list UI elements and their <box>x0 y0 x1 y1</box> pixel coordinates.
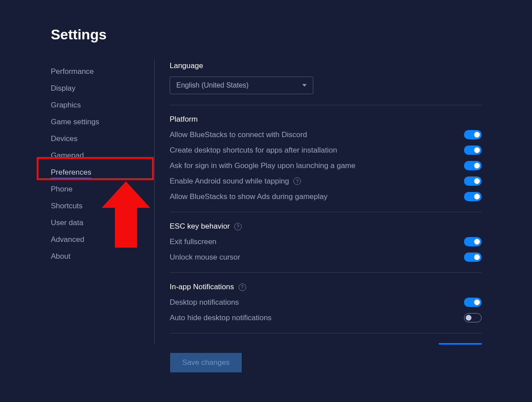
toggle-knob <box>474 147 480 153</box>
setting-label: Unlock mouse cursor <box>170 253 240 262</box>
toggle-switch[interactable] <box>464 237 482 246</box>
sidebar-item-label: Game settings <box>51 118 99 126</box>
divider <box>170 272 482 273</box>
sidebar-item-label: User data <box>51 218 84 227</box>
setting-row: Enable Android sound while tapping? <box>170 176 482 186</box>
main-panel: Language English (United States) Platfor… <box>155 60 482 345</box>
toggle-switch[interactable] <box>464 130 482 139</box>
sidebar-item-label: Display <box>51 84 76 92</box>
setting-label: Allow BlueStacks to show Ads during game… <box>170 192 327 201</box>
setting-row: Desktop notifications <box>170 298 482 307</box>
language-label: Language <box>170 61 482 70</box>
toggle-switch[interactable] <box>464 253 482 262</box>
setting-row: Unlock mouse cursor <box>170 253 482 262</box>
divider <box>170 212 482 212</box>
sidebar-item-user-data[interactable]: User data <box>51 214 154 231</box>
sidebar-item-label: Devices <box>51 134 77 143</box>
sidebar-item-game-settings[interactable]: Game settings <box>51 114 154 130</box>
setting-label: Enable Android sound while tapping? <box>170 177 301 186</box>
inapp-label: In-app Notifications ? <box>170 283 482 291</box>
language-selected: English (United States) <box>176 81 249 89</box>
toggle-switch[interactable] <box>464 313 482 322</box>
setting-row: Allow BlueStacks to show Ads during game… <box>170 192 482 201</box>
setting-label: Exit fullscreen <box>170 237 217 246</box>
help-icon[interactable]: ? <box>234 223 242 230</box>
toggle-switch[interactable] <box>464 298 482 307</box>
manage-button[interactable]: Manage ↗ <box>439 343 482 345</box>
toggle-knob <box>474 178 480 184</box>
toggle-knob <box>466 315 471 321</box>
setting-row: Auto hide desktop notifications <box>170 313 482 322</box>
setting-label: Allow BlueStacks to connect with Discord <box>170 130 307 139</box>
divider <box>170 333 482 333</box>
toggle-knob <box>474 254 480 260</box>
sidebar-item-label: Preferences <box>51 168 91 179</box>
setting-row: Exit fullscreen <box>170 237 482 246</box>
toggle-knob <box>474 132 480 138</box>
platform-label: Platform <box>170 115 482 124</box>
sidebar-item-display[interactable]: Display <box>51 80 154 97</box>
save-changes-button[interactable]: Save changes <box>170 353 242 372</box>
sidebar-item-graphics[interactable]: Graphics <box>51 97 154 114</box>
setting-label: Ask for sign in with Google Play upon la… <box>170 161 356 170</box>
toggle-switch[interactable] <box>464 176 482 186</box>
sidebar-item-label: Performance <box>51 67 94 76</box>
setting-row: Ask for sign in with Google Play upon la… <box>170 161 482 170</box>
sidebar-item-label: Advanced <box>51 235 84 244</box>
language-dropdown[interactable]: English (United States) <box>170 77 313 94</box>
setting-row: Allow BlueStacks to connect with Discord <box>170 130 482 139</box>
toggle-knob <box>474 163 480 168</box>
setting-label: Desktop notifications <box>170 298 239 307</box>
sidebar-item-label: Gamepad <box>51 151 84 160</box>
sidebar-item-devices[interactable]: Devices <box>51 130 154 147</box>
caret-down-icon <box>302 84 307 87</box>
settings-sidebar: PerformanceDisplayGraphicsGame settingsD… <box>51 60 155 345</box>
sidebar-item-performance[interactable]: Performance <box>51 63 154 80</box>
page-title: Settings <box>51 27 532 43</box>
sidebar-item-about[interactable]: About <box>51 248 154 265</box>
sidebar-item-label: About <box>51 252 70 260</box>
setting-label: Create desktop shortcuts for apps after … <box>170 146 337 155</box>
divider <box>170 105 482 105</box>
sidebar-item-advanced[interactable]: Advanced <box>51 231 154 248</box>
help-icon[interactable]: ? <box>239 283 246 291</box>
esc-label: ESC key behavior ? <box>170 222 482 231</box>
sidebar-item-preferences[interactable]: Preferences <box>51 164 154 181</box>
sidebar-item-shortcuts[interactable]: Shortcuts <box>51 198 154 214</box>
help-icon[interactable]: ? <box>293 177 301 185</box>
sidebar-item-label: Shortcuts <box>51 202 83 210</box>
sidebar-item-label: Phone <box>51 185 72 193</box>
toggle-knob <box>474 194 480 199</box>
toggle-knob <box>474 299 480 305</box>
toggle-switch[interactable] <box>464 161 482 170</box>
sidebar-item-gamepad[interactable]: Gamepad <box>51 147 154 164</box>
toggle-knob <box>474 239 480 245</box>
sidebar-item-label: Graphics <box>51 101 81 109</box>
sidebar-item-phone[interactable]: Phone <box>51 181 154 198</box>
toggle-switch[interactable] <box>464 192 482 201</box>
setting-row: Create desktop shortcuts for apps after … <box>170 145 482 155</box>
setting-label: Auto hide desktop notifications <box>170 314 272 322</box>
toggle-switch[interactable] <box>464 145 482 155</box>
